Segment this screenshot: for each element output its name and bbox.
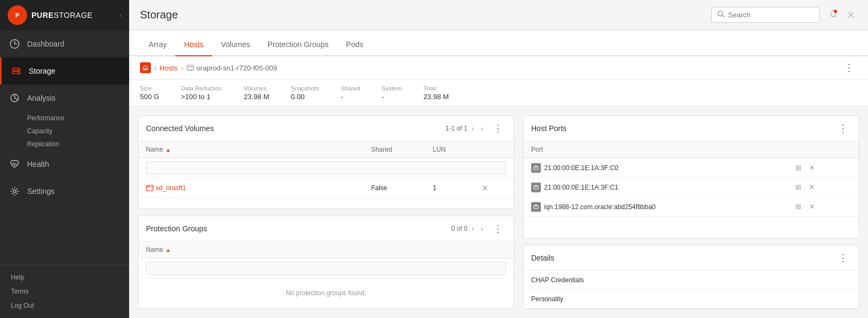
port-2-actions: ⊞ ✕: [786, 178, 859, 197]
stat-total: Total 23.98 M: [423, 85, 449, 101]
port-2-icon: [531, 183, 541, 192]
details-title: Details: [531, 254, 835, 262]
port-3-edit-button[interactable]: ⊞: [793, 202, 803, 212]
port-2-delete-button[interactable]: ✕: [807, 182, 817, 192]
host-ports-table: Port: [524, 141, 859, 217]
connected-volumes-menu-button[interactable]: ⋮: [490, 122, 506, 134]
stat-snapshots: Snapshots 0.00: [291, 85, 319, 101]
header-icons: ✕: [826, 7, 857, 23]
page-title: Storage: [140, 9, 711, 21]
stat-system-value: -: [382, 93, 402, 101]
host-ports-table-container: Port: [524, 141, 859, 238]
protection-groups-table: Name ▲: [138, 242, 514, 308]
stat-system-label: System: [382, 85, 402, 92]
svg-rect-20: [534, 186, 538, 189]
details-panel: Details ⋮ CHAP Credentials Personality: [523, 245, 859, 309]
svg-rect-14: [191, 66, 193, 67]
port-1-edit-button[interactable]: ⊞: [793, 163, 803, 173]
notifications-button[interactable]: [826, 7, 840, 23]
stat-shared-label: Shared: [341, 85, 360, 92]
port-1-icon: [531, 163, 541, 173]
protection-groups-prev-button[interactable]: ‹: [470, 223, 477, 234]
search-box[interactable]: [711, 7, 820, 23]
volume-search-input[interactable]: [146, 161, 506, 174]
col-name[interactable]: Name ▲: [138, 141, 363, 158]
sidebar-nav: Dashboard Storage: [0, 30, 129, 264]
sidebar-item-label-storage: Storage: [29, 67, 55, 75]
breadcrumb: › Hosts › oraprod-sn1-r720-f05-009 ⋮: [129, 56, 868, 80]
pg-search-cell: [138, 258, 514, 278]
volume-name-link[interactable]: sd_orasft1: [146, 184, 356, 192]
breadcrumb-sep-1: ›: [154, 64, 156, 72]
tab-array[interactable]: Array: [140, 34, 175, 56]
protection-groups-panel: Protection Groups 0 of 0 ‹ › ⋮: [138, 216, 514, 309]
details-menu-button[interactable]: ⋮: [835, 252, 851, 264]
protection-groups-next-button[interactable]: ›: [478, 223, 486, 234]
search-input[interactable]: [728, 11, 815, 19]
svg-rect-19: [535, 166, 537, 167]
sidebar-footer-help[interactable]: Help: [0, 270, 129, 284]
stat-snapshots-label: Snapshots: [291, 85, 319, 92]
connected-volumes-table-container: Name ▲ Shared LUN: [138, 141, 514, 209]
stat-shared: Shared -: [341, 85, 360, 101]
tab-hosts[interactable]: Hosts: [175, 34, 212, 56]
volume-icon: [146, 184, 154, 192]
port-3-actions: ⊞ ✕: [786, 197, 859, 217]
svg-rect-13: [188, 66, 190, 67]
settings-icon: [9, 185, 21, 197]
tab-bar: Array Hosts Volumes Protection Groups Po…: [129, 30, 868, 56]
logo-text: PURESTORAGE: [31, 11, 93, 20]
pg-search-input[interactable]: [146, 262, 506, 275]
sidebar: P PURESTORAGE ‹ Dashboard: [0, 0, 129, 318]
sidebar-sub-item-replication[interactable]: Replication: [0, 138, 129, 151]
port-2-edit-button[interactable]: ⊞: [793, 182, 803, 192]
sidebar-item-health[interactable]: Health: [0, 151, 129, 178]
tab-protection-groups[interactable]: Protection Groups: [259, 34, 337, 56]
sidebar-collapse-icon[interactable]: ‹: [120, 12, 122, 18]
sidebar-footer-terms[interactable]: Terms: [0, 284, 129, 298]
sidebar-item-analysis[interactable]: Analysis: [0, 85, 129, 112]
table-row: 21:00:00:0E:1E:1A:3F:C0 ⊞ ✕: [524, 158, 859, 178]
sidebar-item-settings[interactable]: Settings: [0, 178, 129, 205]
protection-groups-title: Protection Groups: [146, 224, 451, 233]
stat-size-label: Size: [140, 85, 159, 92]
sidebar-footer-logout[interactable]: Log Out: [0, 298, 129, 313]
tab-volumes[interactable]: Volumes: [212, 34, 259, 56]
sidebar-item-dashboard[interactable]: Dashboard: [0, 30, 129, 57]
stats-bar: Size 500 G Data Reduction >100 to 1 Volu…: [129, 80, 868, 107]
stat-volumes-value: 23.98 M: [244, 93, 269, 101]
stat-shared-value: -: [341, 93, 360, 101]
close-button[interactable]: ✕: [845, 7, 857, 23]
stat-volumes-label: Volumes: [244, 85, 269, 92]
main-content: Storage ✕ Array Hosts Volu: [129, 0, 868, 318]
pg-col-name[interactable]: Name ▲: [138, 242, 514, 258]
connected-volumes-prev-button[interactable]: ‹: [470, 123, 477, 134]
stat-system: System -: [382, 85, 402, 101]
port-3-delete-button[interactable]: ✕: [807, 202, 817, 212]
svg-point-8: [14, 190, 16, 193]
svg-point-10: [834, 10, 837, 13]
protection-groups-menu-button[interactable]: ⋮: [490, 223, 506, 235]
connected-volumes-next-button[interactable]: ›: [478, 123, 486, 134]
host-ports-panel: Host Ports ⋮ Port: [523, 115, 859, 238]
svg-rect-11: [144, 68, 146, 70]
sidebar-sub-item-performance[interactable]: Performance: [0, 112, 129, 125]
port-1-delete-button[interactable]: ✕: [807, 163, 817, 173]
stat-total-label: Total: [423, 85, 449, 92]
volume-search-cell: [138, 158, 514, 178]
sidebar-footer: Help Terms Log Out: [0, 264, 129, 318]
port-1-actions: ⊞ ✕: [786, 158, 859, 178]
sort-asc-icon: ▲: [165, 147, 171, 153]
logo-icon: P: [8, 5, 27, 25]
breadcrumb-menu-button[interactable]: ⋮: [841, 62, 857, 74]
sidebar-sub-item-capacity[interactable]: Capacity: [0, 125, 129, 138]
port-col-actions: [786, 141, 859, 158]
tab-pods[interactable]: Pods: [337, 34, 372, 56]
connected-volumes-table: Name ▲ Shared LUN: [138, 141, 514, 198]
sidebar-item-storage[interactable]: Storage: [0, 57, 129, 85]
host-ports-menu-button[interactable]: ⋮: [835, 122, 851, 134]
volume-delete-button[interactable]: ✕: [481, 183, 489, 193]
col-actions: [473, 141, 514, 158]
breadcrumb-hosts-link[interactable]: Hosts: [159, 64, 177, 72]
protection-groups-pagination: 0 of 0 ‹ ›: [451, 223, 486, 234]
